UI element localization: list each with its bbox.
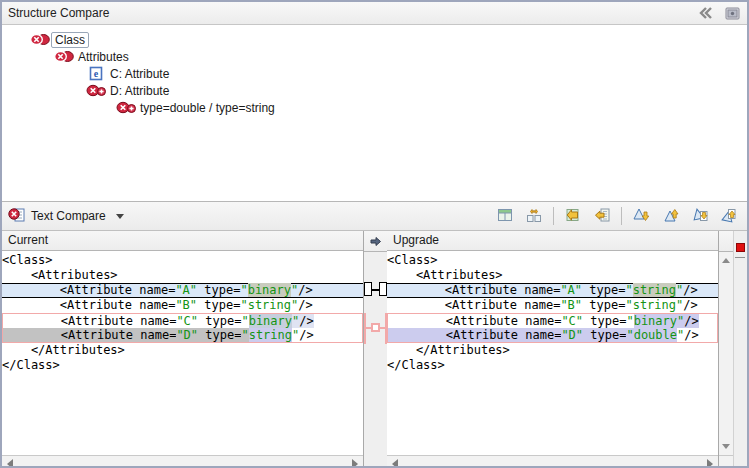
next-difference-button[interactable] [628, 204, 654, 228]
code-text: /> [298, 298, 312, 312]
code-text: <Attributes> [2, 268, 118, 282]
selected-diff-connector [371, 289, 380, 291]
scroll-right-icon[interactable] [707, 459, 713, 468]
structure-compare-header: Structure Compare [2, 2, 747, 25]
diff-token: <Attribute name= [388, 328, 561, 342]
code-text: /> [298, 283, 312, 297]
overview-divider [735, 257, 745, 258]
code-line[interactable]: </Attributes> [387, 343, 718, 358]
view-menu-icon[interactable] [723, 5, 741, 21]
scroll-down-icon[interactable] [722, 444, 730, 449]
swap-panes-button[interactable] [521, 204, 547, 228]
scroll-up-icon[interactable] [722, 258, 730, 263]
code-text: <Attribute name= [387, 283, 560, 297]
scroll-left-icon[interactable] [392, 459, 398, 468]
diff-token: string [249, 328, 292, 342]
code-line[interactable]: <Attribute name="B" type="string"/> [387, 298, 718, 313]
collapse-all-icon[interactable] [697, 5, 715, 21]
tree-item-label: C: Attribute [110, 67, 169, 81]
code-text: </Attributes> [2, 343, 125, 357]
text-compare-header: Text Compare [2, 202, 747, 231]
code-line[interactable]: <Class> [2, 253, 363, 268]
scrollbar-corner [719, 455, 733, 468]
compare-body: Current <Class> <Attributes> <Attribute … [2, 231, 747, 468]
tree-item-attributes[interactable]: Attributes [2, 48, 747, 65]
two-pane-layout-button[interactable] [492, 204, 518, 228]
code-text: type= [582, 283, 625, 297]
code-line[interactable]: </Class> [387, 358, 718, 373]
code-line[interactable]: <Attribute name="D" type="string"/> [2, 328, 363, 343]
copy-all-right-to-left-button[interactable] [560, 204, 586, 228]
diff-token: type= [583, 328, 626, 342]
code-text: /> [299, 328, 313, 342]
tree-item-d-attribute[interactable]: D: Attribute [2, 82, 747, 99]
tree-item-label: type=double / type=string [140, 101, 275, 115]
left-pane: Current <Class> <Attributes> <Attribute … [2, 231, 364, 468]
left-horizontal-scrollbar[interactable] [2, 455, 363, 468]
tree-item-class[interactable]: Class [2, 31, 747, 48]
scroll-left-icon[interactable] [7, 459, 13, 468]
editor-change-icon: e [86, 67, 106, 81]
copy-change-right-to-left-button[interactable] [589, 204, 615, 228]
copy-all-right-to-left-icon [565, 207, 581, 226]
two-pane-layout-icon [497, 207, 513, 226]
diff-token: "D" [561, 328, 583, 342]
diff-token: double [634, 328, 677, 342]
diff-token: binary [249, 314, 292, 328]
diff-token: string [633, 283, 676, 297]
code-line[interactable]: <Attribute name="A" type="binary"/> [2, 283, 363, 298]
previous-change-button[interactable] [715, 204, 741, 228]
tree-item-type-double-type-string[interactable]: type=double / type=string [2, 99, 747, 116]
code-text: </Class> [387, 358, 445, 372]
code-line[interactable]: <Attribute name="C" type="binary"/> [2, 313, 363, 328]
diff-gutter [364, 231, 387, 468]
right-pane-title: Upgrade [387, 231, 718, 251]
code-line[interactable]: <Attributes> [387, 268, 718, 283]
next-change-icon [691, 207, 708, 226]
overview-conflict-marker[interactable] [736, 243, 745, 252]
code-line[interactable]: </Attributes> [2, 343, 363, 358]
conflict-connector-handle[interactable] [371, 323, 380, 332]
text-compare-viewer-menu[interactable]: Text Compare [8, 207, 124, 225]
vertical-scrollbar[interactable] [719, 231, 734, 468]
swap-panes-icon [526, 207, 542, 226]
code-text: <Class> [2, 253, 53, 267]
conflict-add-icon [86, 84, 106, 98]
code-line[interactable]: <Attribute name="D" type="double"/> [387, 328, 718, 343]
selected-diff-right-cap[interactable] [379, 282, 387, 296]
text-compare-toolbar [492, 204, 741, 228]
code-text: <Class> [387, 253, 438, 267]
diff-token: " [626, 328, 633, 342]
code-line[interactable]: <Attribute name="C" type="binary"/> [387, 313, 718, 328]
diff-token: /> [299, 314, 313, 328]
code-text: "A" [175, 283, 197, 297]
toolbar-separator [553, 207, 554, 225]
previous-difference-icon [662, 207, 679, 226]
toolbar-separator [621, 207, 622, 225]
conflict-icon [30, 33, 50, 47]
code-text: </Class> [2, 358, 60, 372]
code-text: /> [684, 328, 698, 342]
right-horizontal-scrollbar[interactable] [387, 455, 718, 468]
code-line[interactable]: <Attribute name="A" type="string"/> [387, 283, 718, 298]
chevron-down-icon [116, 214, 124, 219]
code-text: type= [197, 283, 240, 297]
code-text: type= [198, 314, 241, 328]
code-text: " [241, 314, 248, 328]
scroll-right-icon[interactable] [352, 459, 358, 468]
tree-item-label: Attributes [78, 50, 129, 64]
left-pane-content[interactable]: <Class> <Attributes> <Attribute name="A"… [2, 251, 363, 455]
code-line[interactable]: <Attribute name="B" type="string"/> [2, 298, 363, 313]
tree-item-c-attribute[interactable]: eC: Attribute [2, 65, 747, 82]
code-line[interactable]: <Attributes> [2, 268, 363, 283]
previous-difference-button[interactable] [657, 204, 683, 228]
structure-compare-tree: Class Attributes eC: Attribute D: Attrib… [2, 25, 747, 202]
structure-compare-actions [697, 5, 741, 21]
code-line[interactable]: </Class> [2, 358, 363, 373]
next-change-button[interactable] [686, 204, 712, 228]
diff-token: binary [248, 283, 291, 297]
code-line[interactable]: <Class> [387, 253, 718, 268]
copy-direction-arrow-icon[interactable] [369, 236, 382, 247]
code-text: <Attribute name= [2, 298, 175, 312]
right-pane-content[interactable]: <Class> <Attributes> <Attribute name="A"… [387, 251, 718, 455]
